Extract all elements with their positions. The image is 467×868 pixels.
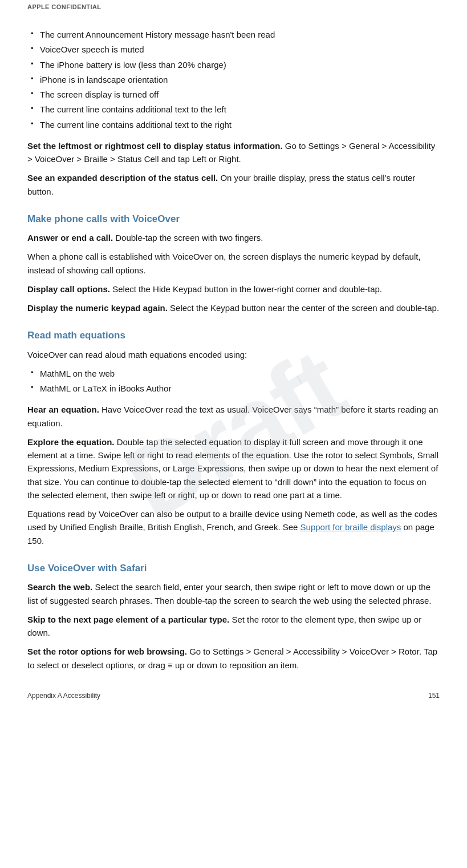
search-web-bold: Search the web. [27,582,92,592]
page-number: 151 [428,691,440,701]
display-numeric-bold: Display the numeric keypad again. [27,303,168,313]
explore-equation-bold: Explore the equation. [27,437,115,447]
list-item: The current Announcement History message… [27,28,440,41]
intro-bullet-list: The current Announcement History message… [27,28,440,131]
hear-equation-para: Hear an equation. Have VoiceOver read th… [27,403,440,430]
display-numeric-keypad-para: Display the numeric keypad again. Select… [27,301,440,314]
list-item: The iPhone battery is low (less than 20%… [27,58,440,71]
braille-device-para: Equations read by VoiceOver can also be … [27,507,440,547]
list-item: The screen display is turned off [27,88,440,101]
search-web-para: Search the web. Select the search field,… [27,580,440,607]
math-bullet-list: MathML on the web MathML or LaTeX in iBo… [27,367,440,395]
read-math-heading: Read math equations [27,328,440,343]
display-call-options-bold: Display call options. [27,284,110,294]
list-item: VoiceOver speech is muted [27,43,440,56]
display-numeric-rest: Select the Keypad button near the center… [168,303,439,313]
make-phone-calls-heading: Make phone calls with VoiceOver [27,212,440,227]
see-expanded-bold: See an expanded description of the statu… [27,173,218,183]
phone-call-established-para: When a phone call is established with Vo… [27,250,440,277]
list-item: The current line contains additional tex… [27,118,440,131]
read-math-intro: VoiceOver can read aloud math equations … [27,348,440,361]
list-item: The current line contains additional tex… [27,103,440,116]
page-footer: Appendix A Accessibility 151 [27,691,440,701]
set-leftmost-para: Set the leftmost or rightmost cell to di… [27,139,440,166]
skip-next-page-para: Skip to the next page element of a parti… [27,613,440,640]
hear-equation-bold: Hear an equation. [27,405,99,414]
list-item: MathML on the web [27,367,440,380]
confidential-bar: APPLE CONFIDENTIAL [27,0,440,17]
set-rotor-bold: Set the rotor options for web browsing. [27,647,187,656]
braille-displays-link[interactable]: Support for braille displays [300,522,401,532]
voiceover-safari-heading: Use VoiceOver with Safari [27,561,440,576]
see-expanded-para: See an expanded description of the statu… [27,171,440,198]
answer-end-bold: Answer or end a call. [27,233,113,243]
list-item: iPhone is in landscape orientation [27,73,440,86]
list-item: MathML or LaTeX in iBooks Author [27,382,440,395]
set-leftmost-bold: Set the leftmost or rightmost cell to di… [27,141,283,151]
skip-next-page-bold: Skip to the next page element of a parti… [27,615,229,624]
set-rotor-options-para: Set the rotor options for web browsing. … [27,645,440,672]
display-call-options-rest: Select the Hide Keypad button in the low… [110,284,382,294]
footer-appendix: Appendix A Accessibility [27,691,100,701]
page-wrapper: APPLE CONFIDENTIAL The current Announcem… [0,0,467,712]
display-call-options-para: Display call options. Select the Hide Ke… [27,282,440,296]
explore-equation-para: Explore the equation. Double tap the sel… [27,435,440,502]
answer-end-rest: Double-tap the screen with two fingers. [113,233,263,243]
content-area: The current Announcement History message… [27,28,440,672]
answer-end-para: Answer or end a call. Double-tap the scr… [27,231,440,244]
